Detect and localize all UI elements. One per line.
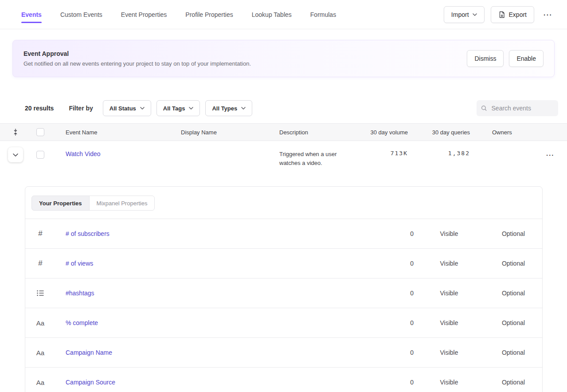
chevron-down-icon [189,107,193,110]
events-table-header: Event Name Display Name Description 30 d… [0,123,567,141]
property-visibility[interactable]: Visible [414,349,485,356]
property-requirement[interactable]: Optional [485,290,542,297]
status-filter-label: All Status [109,105,136,112]
select-cell [28,147,47,159]
property-type-cell: # [25,259,55,268]
filter-dropdowns: All Status All Tags All Types [103,100,252,116]
property-requirement[interactable]: Optional [485,349,542,356]
tab-your-properties[interactable]: Your Properties [31,196,90,211]
top-navigation: Events Custom Events Event Properties Pr… [0,0,567,29]
column-header-event-name: Event Name [47,129,160,136]
row-checkbox[interactable] [36,151,44,159]
enable-button[interactable]: Enable [509,50,544,67]
property-visibility[interactable]: Visible [414,319,485,326]
expand-cell [0,147,28,162]
chevron-down-icon [473,13,477,16]
property-name-cell: # of views [55,259,338,267]
import-button-label: Import [451,11,469,18]
property-name-cell: # of subscribers [55,230,338,238]
property-requirement[interactable]: Optional [485,379,542,386]
property-type-cell: # [25,229,55,238]
search-events [477,100,558,116]
description-cell: Triggered when a user watches a video. [258,147,364,168]
import-button[interactable]: Import [444,6,485,23]
status-filter-dropdown[interactable]: All Status [103,100,151,116]
banner-title: Event Approval [23,50,251,57]
event-row: Watch Video Triggered when a user watche… [0,141,567,175]
property-name-link[interactable]: #hashtags [66,290,94,297]
results-count: 20 results [25,105,54,112]
column-header-queries: 30 day queries [408,129,470,136]
tab-mixpanel-properties[interactable]: Mixpanel Properties [89,196,155,211]
tags-filter-dropdown[interactable]: All Tags [156,100,200,116]
property-name-link[interactable]: # of views [66,260,93,267]
tab-profile-properties[interactable]: Profile Properties [185,11,233,18]
search-icon [481,105,487,112]
property-type-cell: Aa [25,319,55,327]
property-visibility[interactable]: Visible [414,260,485,267]
property-name-link[interactable]: # of subscribers [66,230,109,237]
column-header-description: Description [258,129,364,136]
more-options-button[interactable]: ⋯ [540,8,555,22]
banner-description: Get notified on all new events entering … [23,60,251,67]
property-row: Aa Campaign Name 0 Visible Optional [25,337,542,367]
lexicon-events-page: Events Custom Events Event Properties Pr… [0,0,567,392]
property-visibility[interactable]: Visible [414,379,485,386]
banner-text: Event Approval Get notified on all new e… [23,50,251,67]
nav-tabs: Events Custom Events Event Properties Pr… [21,11,336,18]
select-all-checkbox[interactable] [36,128,44,136]
filter-by-label: Filter by [69,105,93,112]
property-row: # # of subscribers 0 Visible Optional [25,219,542,248]
property-row: #hashtags 0 Visible Optional [25,278,542,308]
property-visibility[interactable]: Visible [414,290,485,297]
types-filter-dropdown[interactable]: All Types [205,100,252,116]
event-name-link[interactable]: Watch Video [66,150,101,157]
property-requirement[interactable]: Optional [485,319,542,326]
export-icon [498,11,505,18]
more-horizontal-icon: ⋯ [546,150,554,160]
collapse-all-rows-button[interactable] [12,128,20,137]
tab-events[interactable]: Events [21,11,42,18]
property-name-link[interactable]: % complete [66,319,98,326]
property-type-cell: Aa [25,349,55,357]
collapse-row-button[interactable] [8,147,23,162]
property-count: 0 [338,290,414,297]
export-button[interactable]: Export [491,6,534,23]
property-visibility[interactable]: Visible [414,230,485,237]
property-name-cell: Campaign Name [55,349,338,357]
property-count: 0 [338,319,414,326]
column-header-owners: Owners [470,129,532,136]
dismiss-button[interactable]: Dismiss [467,50,504,67]
text-type-icon: Aa [36,319,44,327]
tab-formulas[interactable]: Formulas [310,11,336,18]
row-more-button[interactable]: ⋯ [543,150,557,160]
column-header-display-name: Display Name [160,129,258,136]
owners-cell [470,147,532,150]
search-input[interactable] [491,104,554,112]
filter-bar: 20 results Filter by All Status All Tags… [25,100,558,116]
queries-cell: 1,382 [408,147,470,157]
number-type-icon: # [38,229,42,238]
tab-custom-events[interactable]: Custom Events [60,11,102,18]
event-approval-banner: Event Approval Get notified on all new e… [12,40,555,77]
more-horizontal-icon: ⋯ [543,10,552,20]
chevron-down-icon [241,107,246,110]
property-count: 0 [338,260,414,267]
chevron-down-icon [140,107,145,110]
property-requirement[interactable]: Optional [485,260,542,267]
property-name-link[interactable]: Campaign Source [66,379,115,386]
property-name-link[interactable]: Campaign Name [66,349,112,356]
banner-actions: Dismiss Enable [467,50,544,67]
property-type-cell [25,290,55,296]
property-row: # # of views 0 Visible Optional [25,248,542,278]
property-name-cell: % complete [55,319,338,327]
tab-event-properties[interactable]: Event Properties [121,11,167,18]
tab-lookup-tables[interactable]: Lookup Tables [252,11,292,18]
property-count: 0 [338,379,414,386]
select-all-cell [28,128,47,136]
property-requirement[interactable]: Optional [485,230,542,237]
event-name-cell: Watch Video [47,147,160,158]
description-text: Triggered when a user watches a video. [279,150,352,168]
column-header-volume: 30 day volume [364,129,408,136]
text-type-icon: Aa [36,349,44,357]
